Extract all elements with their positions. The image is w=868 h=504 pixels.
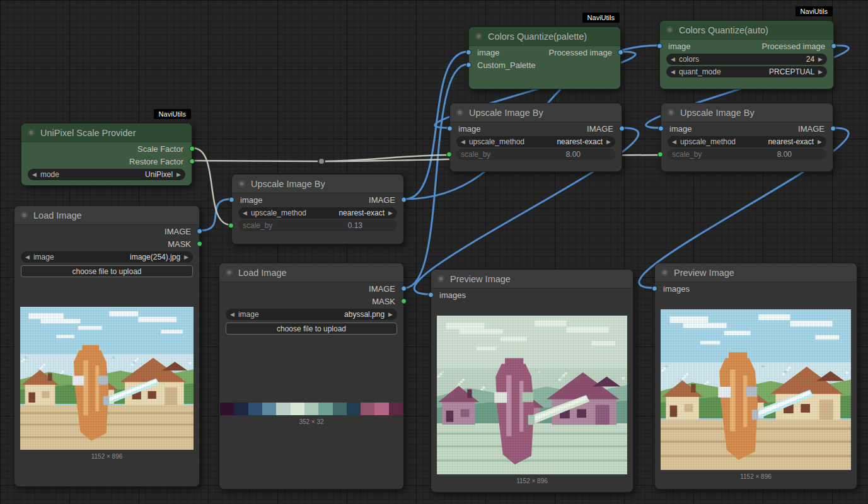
node-title-bar[interactable]: Preview Image xyxy=(655,263,857,282)
input-socket-scale-by[interactable] xyxy=(446,152,452,158)
input-socket-images[interactable] xyxy=(652,286,657,292)
slot-label: Custom_Palette xyxy=(477,60,536,70)
naviutils-badge: NaviUtils xyxy=(582,13,620,23)
widget-label: mode xyxy=(40,170,141,179)
node-upscale-image-by-b[interactable]: Upscale Image By image IMAGE ◀ upscale_m… xyxy=(449,103,622,172)
decrement-arrow-icon[interactable]: ◀ xyxy=(671,69,675,75)
slot-row-images: images xyxy=(431,289,633,301)
output-socket-image[interactable] xyxy=(401,197,407,203)
decrement-arrow-icon[interactable]: ◀ xyxy=(25,255,30,260)
output-socket-processed-image[interactable] xyxy=(831,43,836,49)
input-socket-image[interactable] xyxy=(466,50,472,55)
graph-canvas[interactable]: NaviUtils UniPixel Scale Provider Scale … xyxy=(0,0,868,504)
input-socket-image[interactable] xyxy=(657,43,663,49)
node-title-bar[interactable]: UniPixel Scale Provider xyxy=(21,123,192,142)
choose-file-button[interactable]: choose file to upload xyxy=(226,323,397,335)
output-socket-mask[interactable] xyxy=(197,241,202,247)
increment-arrow-icon[interactable]: ▶ xyxy=(388,210,393,216)
node-title-bar[interactable]: Colors Quantize(auto) xyxy=(660,21,833,40)
input-socket-image[interactable] xyxy=(229,197,234,203)
node-colors-quantize-palette[interactable]: NaviUtils Colors Quantize(palette) image… xyxy=(468,26,621,89)
slot-row-image: image Processed image xyxy=(660,40,833,52)
increment-arrow-icon[interactable]: ▶ xyxy=(606,139,611,145)
collapse-dot-icon[interactable] xyxy=(661,269,668,276)
decrement-arrow-icon[interactable]: ◀ xyxy=(243,210,247,216)
output-socket-image[interactable] xyxy=(401,286,407,292)
increment-arrow-icon[interactable]: ▶ xyxy=(818,57,823,62)
increment-arrow-icon[interactable]: ▶ xyxy=(388,312,393,318)
collapse-dot-icon[interactable] xyxy=(456,109,463,116)
collapse-dot-icon[interactable] xyxy=(437,275,444,282)
output-socket-image[interactable] xyxy=(619,126,625,132)
node-title-bar[interactable]: Upscale Image By xyxy=(661,103,833,122)
input-socket-scale-by[interactable] xyxy=(657,152,663,158)
node-title: Load Image xyxy=(33,210,82,220)
widget-label: image xyxy=(33,253,126,261)
increment-arrow-icon[interactable]: ▶ xyxy=(184,255,188,260)
collapse-dot-icon[interactable] xyxy=(28,129,35,136)
node-title: Upscale Image By xyxy=(251,179,325,189)
increment-arrow-icon[interactable]: ▶ xyxy=(818,139,822,145)
collapse-dot-icon[interactable] xyxy=(226,269,233,276)
node-title: Load Image xyxy=(238,268,287,278)
decrement-arrow-icon[interactable]: ◀ xyxy=(230,312,234,318)
decrement-arrow-icon[interactable]: ◀ xyxy=(461,139,465,145)
node-load-image-2[interactable]: Load Image IMAGE MASK ◀ image abyssal.pn… xyxy=(219,263,404,490)
slot-label: IMAGE xyxy=(587,124,613,134)
comfyui-graph-page: { "icons": { "arrow_left": "◀", "arrow_r… xyxy=(0,0,868,504)
colors-widget[interactable]: ◀ colors 24 ▶ xyxy=(666,54,827,65)
reroute-dot[interactable] xyxy=(318,158,325,164)
input-socket-scale-by[interactable] xyxy=(228,223,234,229)
node-title-bar[interactable]: Colors Quantize(palette) xyxy=(469,27,620,46)
slot-row-image: image IMAGE xyxy=(232,193,403,206)
quant-mode-widget[interactable]: ◀ quant_mode PRCEPTUAL ▶ xyxy=(666,66,827,77)
output-socket-scale-factor[interactable] xyxy=(189,146,195,152)
naviutils-badge: NaviUtils xyxy=(154,109,191,119)
node-colors-quantize-auto[interactable]: NaviUtils Colors Quantize(auto) image Pr… xyxy=(659,20,834,89)
image-preview xyxy=(20,307,194,450)
output-socket-processed-image[interactable] xyxy=(618,50,623,55)
slot-label: IMAGE xyxy=(798,124,825,134)
output-socket-image[interactable] xyxy=(197,229,202,234)
decrement-arrow-icon[interactable]: ◀ xyxy=(671,57,675,62)
collapse-dot-icon[interactable] xyxy=(668,109,674,116)
widget-label: upscale_method xyxy=(251,209,335,217)
collapse-dot-icon[interactable] xyxy=(666,26,673,33)
output-socket-image[interactable] xyxy=(830,126,836,132)
node-load-image-1[interactable]: Load Image IMAGE MASK ◀ image image(254)… xyxy=(14,205,200,487)
collapse-dot-icon[interactable] xyxy=(21,212,28,219)
node-upscale-image-by-c[interactable]: Upscale Image By image IMAGE ◀ upscale_m… xyxy=(661,103,833,172)
increment-arrow-icon[interactable]: ▶ xyxy=(818,69,823,75)
image-file-widget[interactable]: ◀ image abyssal.png ▶ xyxy=(226,309,397,320)
input-socket-custom-palette[interactable] xyxy=(466,62,472,68)
upscale-method-widget[interactable]: ◀ upscale_method nearest-exact ▶ xyxy=(668,136,826,147)
mode-widget[interactable]: ◀ mode UniPixel ▶ xyxy=(28,169,185,180)
decrement-arrow-icon[interactable]: ◀ xyxy=(672,139,676,145)
node-title-bar[interactable]: Load Image xyxy=(14,206,199,225)
collapse-dot-icon[interactable] xyxy=(238,180,245,187)
slot-label: image xyxy=(477,48,499,57)
node-title-bar[interactable]: Upscale Image By xyxy=(232,175,403,193)
wire-restore-factor-to-reroute xyxy=(193,161,321,161)
input-socket-image[interactable] xyxy=(447,126,453,132)
image-file-widget[interactable]: ◀ image image(254).jpg ▶ xyxy=(21,251,193,263)
node-preview-image-a[interactable]: Preview Image images 1152 × 896 xyxy=(431,269,634,493)
input-socket-image[interactable] xyxy=(658,126,664,132)
collapse-dot-icon[interactable] xyxy=(475,33,482,40)
input-socket-images[interactable] xyxy=(428,292,434,298)
node-upscale-image-by-a[interactable]: Upscale Image By image IMAGE ◀ upscale_m… xyxy=(231,174,404,244)
node-title-bar[interactable]: Preview Image xyxy=(431,270,633,289)
decrement-arrow-icon[interactable]: ◀ xyxy=(32,172,37,178)
image-dimensions-caption: 1152 × 896 xyxy=(655,473,857,480)
increment-arrow-icon[interactable]: ▶ xyxy=(176,172,181,178)
output-socket-mask[interactable] xyxy=(401,299,407,304)
upscale-method-widget[interactable]: ◀ upscale_method nearest-exact ▶ xyxy=(456,136,615,147)
upscale-method-widget[interactable]: ◀ upscale_method nearest-exact ▶ xyxy=(238,207,397,219)
output-socket-restore-factor[interactable] xyxy=(189,159,195,164)
node-preview-image-b[interactable]: Preview Image images 1152 × 896 xyxy=(654,263,857,490)
node-title-bar[interactable]: Load Image xyxy=(219,263,403,282)
choose-file-button[interactable]: choose file to upload xyxy=(21,265,193,277)
node-title-bar[interactable]: Upscale Image By xyxy=(450,103,622,122)
node-unipixel-scale-provider[interactable]: NaviUtils UniPixel Scale Provider Scale … xyxy=(21,123,192,186)
output-row-image: IMAGE xyxy=(14,225,199,238)
